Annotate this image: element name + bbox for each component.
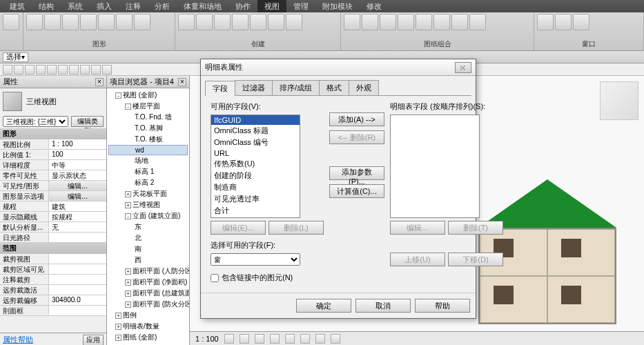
edit-field-button[interactable]: 编辑(E)... xyxy=(211,221,266,235)
move-up-button[interactable]: 上移(U) xyxy=(390,253,445,266)
sb-btn[interactable] xyxy=(255,334,264,344)
qat-btn[interactable] xyxy=(3,65,12,75)
tree-node[interactable]: 场地 xyxy=(108,155,188,166)
list-item[interactable]: 制造商 xyxy=(211,181,300,193)
tree-node[interactable]: +图纸 (全部) xyxy=(108,332,188,343)
sb-btn[interactable] xyxy=(331,334,340,344)
calc-value-button[interactable]: 计算值(C)... xyxy=(329,184,384,198)
rbtn[interactable] xyxy=(98,14,115,30)
delete2-button[interactable]: 删除(T) xyxy=(448,221,503,235)
rbtn[interactable] xyxy=(80,14,97,30)
rbtn[interactable] xyxy=(362,14,378,30)
menu-item[interactable]: 附加模块 xyxy=(315,0,360,12)
move-down-button[interactable]: 下移(D) xyxy=(448,253,503,266)
rbtn[interactable] xyxy=(214,14,231,30)
rbtn[interactable] xyxy=(178,14,195,30)
list-item[interactable]: 传热系数(U) xyxy=(211,158,300,170)
qat-btn[interactable] xyxy=(14,65,23,75)
dialog-tab[interactable]: 排序/成组 xyxy=(272,80,320,95)
remove-button[interactable]: <-- 删除(R) xyxy=(329,130,384,144)
tree-node[interactable]: +面积平面 (人防分区面积) xyxy=(108,266,188,277)
tree-node[interactable]: -视图 (全部) xyxy=(108,90,188,101)
apply-button[interactable]: 应用 xyxy=(83,335,104,345)
tree-node[interactable]: 南 xyxy=(108,244,188,255)
qat-btn[interactable] xyxy=(80,65,90,75)
rbtn[interactable] xyxy=(344,14,360,30)
prop-value[interactable] xyxy=(48,275,106,284)
qat-btn[interactable] xyxy=(25,65,35,75)
sb-btn[interactable] xyxy=(270,334,280,344)
close-icon[interactable]: × xyxy=(178,78,186,86)
dialog-close-icon[interactable]: ⛌ xyxy=(455,62,471,73)
rbtn[interactable] xyxy=(62,14,79,30)
prop-value[interactable]: 100 xyxy=(48,150,106,159)
close-icon[interactable]: × xyxy=(95,78,104,86)
prop-value[interactable]: 1 : 100 xyxy=(48,139,106,149)
sb-btn[interactable] xyxy=(315,334,325,344)
modify-tool[interactable] xyxy=(3,14,19,30)
sb-btn[interactable] xyxy=(285,334,295,344)
prop-value[interactable]: 中等 xyxy=(48,160,106,170)
tree-node[interactable]: 北 xyxy=(108,233,188,244)
dialog-tab[interactable]: 格式 xyxy=(319,80,349,95)
qat-btn[interactable] xyxy=(36,65,46,75)
include-linked-checkbox[interactable] xyxy=(211,274,219,282)
prop-value[interactable] xyxy=(48,306,106,315)
list-item[interactable]: IfcGUID xyxy=(211,115,300,125)
prop-value[interactable] xyxy=(48,254,106,264)
tree-node[interactable]: +天花板平面 xyxy=(108,188,188,199)
menu-item[interactable]: 修改 xyxy=(360,0,389,12)
category-combo[interactable]: 窗 xyxy=(211,253,300,266)
family-selector[interactable]: 三维视图: {三维} xyxy=(3,116,68,127)
qat-btn[interactable] xyxy=(47,65,57,75)
tree-node[interactable]: +面积平面 (净面积) xyxy=(108,277,188,288)
scheduled-fields-list[interactable] xyxy=(390,115,480,218)
sb-btn[interactable] xyxy=(240,334,249,344)
tree-node[interactable]: 标高 2 xyxy=(108,177,188,188)
add-param-button[interactable]: 添加参数(P)... xyxy=(329,166,384,180)
scale-display[interactable]: 1 : 100 xyxy=(195,335,219,343)
menu-item[interactable]: 结构 xyxy=(32,0,61,12)
rbtn[interactable] xyxy=(469,14,486,30)
prop-value[interactable]: 建筑 xyxy=(48,201,106,211)
rbtn[interactable] xyxy=(196,14,213,30)
dialog-tab[interactable]: 过滤器 xyxy=(235,80,273,95)
tree-node[interactable]: wd xyxy=(108,145,188,155)
prop-value[interactable]: 编辑... xyxy=(48,181,106,190)
tree-node[interactable]: +明细表/数量 xyxy=(108,321,188,332)
rbtn[interactable] xyxy=(537,14,554,30)
rbtn[interactable] xyxy=(250,14,266,30)
select-dropdown[interactable]: 选择 ▾ xyxy=(3,52,28,62)
rbtn[interactable] xyxy=(398,14,414,30)
help-button[interactable]: 帮助 xyxy=(415,299,470,313)
list-item[interactable]: 创建的阶段 xyxy=(211,170,300,181)
rbtn[interactable] xyxy=(416,14,432,30)
edit2-button[interactable]: 编辑... xyxy=(390,221,445,235)
menu-item[interactable]: 视图 xyxy=(257,0,286,12)
list-item[interactable]: 合计 xyxy=(211,205,300,217)
sb-btn[interactable] xyxy=(224,334,234,344)
qat-btn[interactable] xyxy=(91,65,101,75)
dialog-tab[interactable]: 字段 xyxy=(205,81,235,96)
list-item[interactable]: 吸收率 xyxy=(211,217,300,218)
ok-button[interactable]: 确定 xyxy=(296,299,351,313)
list-item[interactable]: 可见光透过率 xyxy=(211,193,300,205)
rbtn[interactable] xyxy=(555,14,572,30)
list-item[interactable]: OmniClass 编号 xyxy=(211,137,300,148)
rbtn[interactable] xyxy=(116,14,133,30)
prop-value[interactable]: 编辑... xyxy=(48,191,106,201)
prop-value[interactable] xyxy=(48,285,106,295)
tree-node[interactable]: 东 xyxy=(108,221,188,233)
sb-btn[interactable] xyxy=(300,334,310,344)
list-item[interactable]: URL xyxy=(211,148,300,158)
menu-item[interactable]: 体量和场地 xyxy=(177,0,228,12)
available-fields-list[interactable]: IfcGUIDOmniClass 标题OmniClass 编号URL传热系数(U… xyxy=(211,115,300,218)
tree-node[interactable]: -楼层平面 xyxy=(108,101,188,112)
dialog-tab[interactable]: 外观 xyxy=(349,80,379,95)
rbtn[interactable] xyxy=(380,14,396,30)
tree-node[interactable]: T.O. 基脚 xyxy=(108,123,188,134)
menu-item[interactable]: 插入 xyxy=(90,0,119,12)
tree-node[interactable]: 西 xyxy=(108,255,188,266)
rbtn[interactable] xyxy=(44,14,61,30)
add-button[interactable]: 添加(A) --> xyxy=(329,112,384,126)
